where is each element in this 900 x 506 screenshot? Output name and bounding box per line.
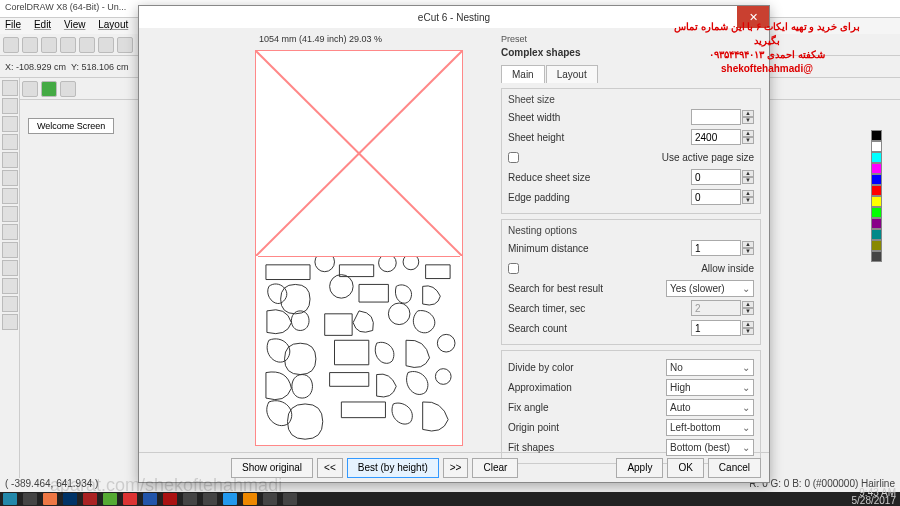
- play-icon[interactable]: [41, 81, 57, 97]
- color-palette[interactable]: [871, 130, 882, 262]
- next-button[interactable]: >>: [443, 458, 469, 478]
- spin-up-icon[interactable]: ▲: [742, 130, 754, 137]
- spin-down-icon[interactable]: ▼: [742, 177, 754, 184]
- print-icon[interactable]: [60, 37, 76, 53]
- min-distance-label: Minimum distance: [508, 243, 589, 254]
- text-tool-icon[interactable]: [2, 224, 18, 240]
- preview-pane: 1054 mm (41.49 inch) 29.03 %: [139, 28, 493, 452]
- apply-button[interactable]: Apply: [616, 458, 663, 478]
- spin-up-icon[interactable]: ▲: [742, 190, 754, 197]
- menu-file[interactable]: File: [5, 19, 21, 30]
- watermark: aparat.com/shekoftehahmadi: [50, 475, 282, 496]
- ok-button[interactable]: OK: [667, 458, 703, 478]
- polygon-tool-icon[interactable]: [2, 206, 18, 222]
- effects-tool-icon[interactable]: [2, 278, 18, 294]
- start-icon[interactable]: [3, 493, 17, 505]
- spin-up-icon[interactable]: ▲: [742, 110, 754, 117]
- sheet-preview: [255, 50, 463, 446]
- preview-info: 1054 mm (41.49 inch) 29.03 %: [253, 32, 489, 46]
- ellipse-tool-icon[interactable]: [2, 188, 18, 204]
- spin-up-icon[interactable]: ▲: [742, 321, 754, 328]
- app-icon[interactable]: [283, 493, 297, 505]
- fix-angle-label: Fix angle: [508, 402, 549, 413]
- reduce-label: Reduce sheet size: [508, 172, 590, 183]
- search-best-label: Search for best result: [508, 283, 603, 294]
- cut-icon[interactable]: [79, 37, 95, 53]
- spin-down-icon[interactable]: ▼: [742, 137, 754, 144]
- edge-padding-label: Edge padding: [508, 192, 570, 203]
- best-by-height-button[interactable]: Best (by height): [347, 458, 439, 478]
- rectangle-tool-icon[interactable]: [2, 170, 18, 186]
- tab-main[interactable]: Main: [501, 65, 545, 83]
- divide-color-label: Divide by color: [508, 362, 574, 373]
- spin-down-icon[interactable]: ▼: [742, 328, 754, 335]
- cancel-button[interactable]: Cancel: [708, 458, 761, 478]
- spin-down-icon[interactable]: ▼: [742, 308, 754, 315]
- menu-view[interactable]: View: [64, 19, 86, 30]
- dimension-tool-icon[interactable]: [2, 242, 18, 258]
- search-count-label: Search count: [508, 323, 567, 334]
- paste-icon[interactable]: [117, 37, 133, 53]
- divide-color-combo[interactable]: No: [666, 359, 754, 376]
- search-timer-input[interactable]: [691, 300, 741, 316]
- fill-tool-icon[interactable]: [2, 314, 18, 330]
- search-count-input[interactable]: [691, 320, 741, 336]
- origin-point-combo[interactable]: Left-bottom: [666, 419, 754, 436]
- eyedropper-tool-icon[interactable]: [2, 296, 18, 312]
- sheet-height-input[interactable]: [691, 129, 741, 145]
- nesting-options-section: Nesting options Minimum distance ▲▼ Allo…: [501, 219, 761, 345]
- pick-tool-icon[interactable]: [2, 80, 18, 96]
- fit-shapes-combo[interactable]: Bottom (best): [666, 439, 754, 456]
- settings-pane: Preset Complex shapes Main Layout Sheet …: [493, 28, 769, 452]
- tab-layout[interactable]: Layout: [546, 65, 598, 83]
- nested-shapes: [258, 256, 460, 443]
- approximation-label: Approximation: [508, 382, 572, 393]
- freehand-tool-icon[interactable]: [2, 152, 18, 168]
- shape-tool-icon[interactable]: [2, 98, 18, 114]
- x-coord: X: -108.929 cm: [5, 62, 66, 72]
- system-clock[interactable]: 9:43 AM5/28/2017: [852, 489, 897, 505]
- spin-down-icon[interactable]: ▼: [742, 197, 754, 204]
- zoom-tool-icon[interactable]: [2, 134, 18, 150]
- spin-down-icon[interactable]: ▼: [742, 248, 754, 255]
- y-coord: Y: 518.106 cm: [71, 62, 129, 72]
- spin-down-icon[interactable]: ▼: [742, 117, 754, 124]
- spin-up-icon[interactable]: ▲: [742, 170, 754, 177]
- explorer-icon[interactable]: [23, 493, 37, 505]
- search-timer-label: Search timer, sec: [508, 303, 585, 314]
- search-best-combo[interactable]: Yes (slower): [666, 280, 754, 297]
- open-icon[interactable]: [22, 37, 38, 53]
- ecut-nesting-dialog: eCut 6 - Nesting ✕ 1054 mm (41.49 inch) …: [138, 5, 770, 483]
- save-icon[interactable]: [41, 37, 57, 53]
- approximation-combo[interactable]: High: [666, 379, 754, 396]
- menu-edit[interactable]: Edit: [34, 19, 51, 30]
- prev-button[interactable]: <<: [317, 458, 343, 478]
- tool-icon[interactable]: [60, 81, 76, 97]
- origin-point-label: Origin point: [508, 422, 559, 433]
- fit-options-section: Divide by color No Approximation High Fi…: [501, 350, 761, 464]
- sheet-height-label: Sheet height: [508, 132, 564, 143]
- toolbox: [0, 78, 20, 486]
- sheet-width-label: Sheet width: [508, 112, 560, 123]
- allow-inside-checkbox[interactable]: [508, 263, 519, 274]
- reduce-input[interactable]: [691, 169, 741, 185]
- connector-tool-icon[interactable]: [2, 260, 18, 276]
- crop-tool-icon[interactable]: [2, 116, 18, 132]
- sheet-size-section: Sheet size Sheet width ▲▼ Sheet height ▲…: [501, 88, 761, 214]
- fit-shapes-label: Fit shapes: [508, 442, 554, 453]
- spin-up-icon[interactable]: ▲: [742, 241, 754, 248]
- tool-icon[interactable]: [22, 81, 38, 97]
- spin-up-icon[interactable]: ▲: [742, 301, 754, 308]
- edge-padding-input[interactable]: [691, 189, 741, 205]
- menu-layout[interactable]: Layout: [98, 19, 128, 30]
- welcome-tab[interactable]: Welcome Screen: [28, 118, 114, 134]
- clear-button[interactable]: Clear: [472, 458, 518, 478]
- copy-icon[interactable]: [98, 37, 114, 53]
- use-active-page-checkbox[interactable]: [508, 152, 519, 163]
- fix-angle-combo[interactable]: Auto: [666, 399, 754, 416]
- promo-overlay: برای خرید و تهیه ایکات ۶ با این شماره تم…: [674, 20, 860, 76]
- new-icon[interactable]: [3, 37, 19, 53]
- sheet-width-input[interactable]: [691, 109, 741, 125]
- min-distance-input[interactable]: [691, 240, 741, 256]
